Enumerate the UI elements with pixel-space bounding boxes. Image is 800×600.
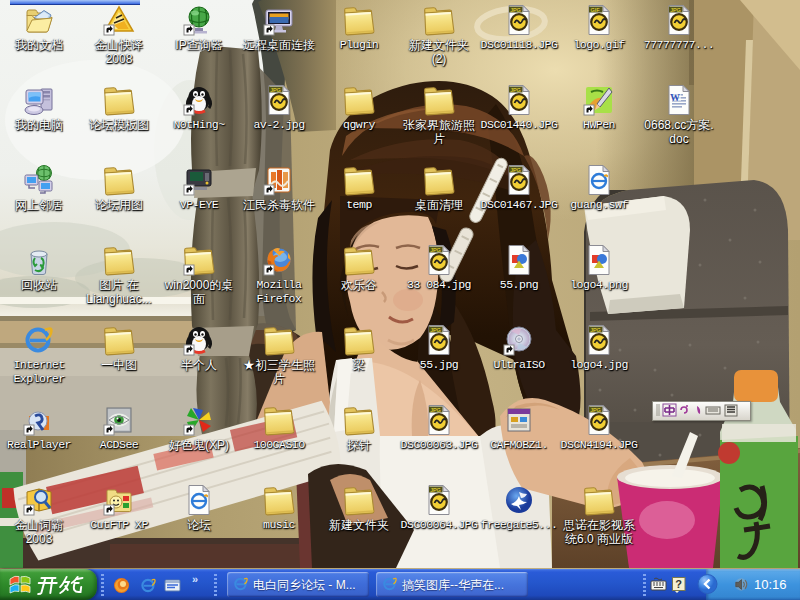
svg-text:?: ? [675, 578, 682, 590]
